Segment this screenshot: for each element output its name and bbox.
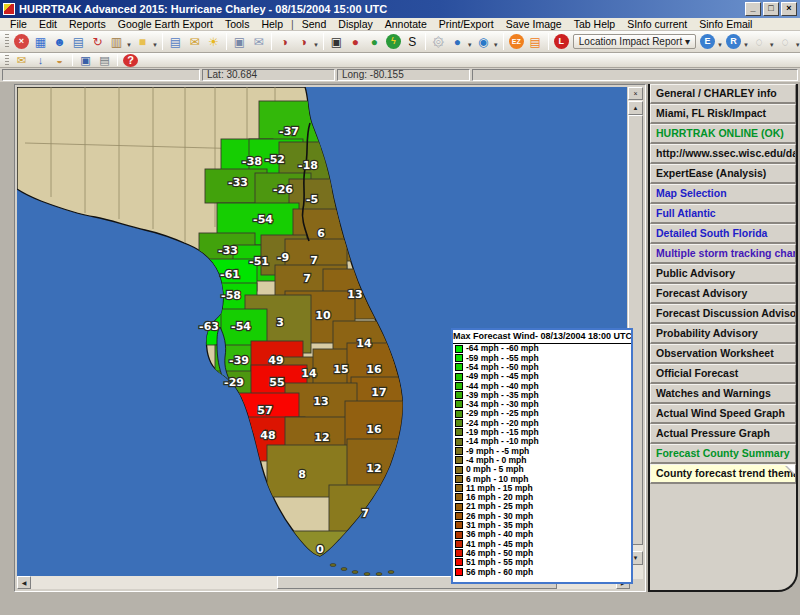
menu-send[interactable]: Send — [296, 18, 333, 30]
wind-gray2-icon-dropdown[interactable]: ▼ — [795, 42, 800, 48]
menu-annotate[interactable]: Annotate — [379, 18, 433, 30]
county-wind-value: 7 — [303, 272, 311, 285]
user-location-icon[interactable]: ☻ — [50, 33, 69, 50]
gauge-dropdown-icon-dropdown[interactable]: ▼ — [313, 42, 319, 48]
database-icon-dropdown[interactable]: ▼ — [126, 42, 132, 48]
wind-gray-icon-dropdown[interactable]: ▼ — [769, 42, 775, 48]
r-circle-icon[interactable]: R — [726, 34, 741, 49]
sidebar-item-multiple-storm-tracking-chart[interactable]: Multiple storm tracking chart — [650, 244, 796, 264]
sidebar-item-http-www-ssec-wisc-edu-data-geo[interactable]: http://www.ssec.wisc.edu/data/geo — [650, 144, 796, 164]
toolbar-grip[interactable] — [5, 34, 9, 49]
menu-bar: FileEditReportsGoogle Earth ExportToolsH… — [0, 18, 800, 31]
menu-reports[interactable]: Reports — [63, 18, 112, 30]
sidebar-item-map-selection[interactable]: Map Selection — [650, 184, 796, 204]
close-button[interactable]: × — [781, 2, 797, 16]
location-impact-report-button[interactable]: Location Impact Report ▾ — [573, 34, 696, 49]
sidebar-item-actual-wind-speed-graph[interactable]: Actual Wind Speed Graph — [650, 404, 796, 424]
menu-tools[interactable]: Tools — [219, 18, 256, 30]
monitor-chart-icon[interactable]: ▣ — [327, 33, 346, 50]
sun-icon[interactable]: ☀ — [204, 33, 223, 50]
save-icon[interactable]: ▣ — [76, 54, 95, 67]
sidebar-item-forecast-discussion-advisory[interactable]: Forecast Discussion Advisory — [650, 304, 796, 324]
close-icon[interactable]: × — [14, 34, 29, 49]
scroll-left-icon[interactable]: ◀ — [17, 576, 31, 589]
sidebar-item-forecast-advisory[interactable]: Forecast Advisory — [650, 284, 796, 304]
sidebar-item-expertease-analysis[interactable]: ExpertEase (Analysis) — [650, 164, 796, 184]
archive-seal-icon[interactable]: ◒ — [50, 54, 69, 67]
sidebar-item-official-forecast[interactable]: Official Forecast — [650, 364, 796, 384]
wind-gray-icon[interactable]: ◌ — [750, 33, 769, 50]
sidebar-item-observation-worksheet[interactable]: Observation Worksheet — [650, 344, 796, 364]
county-wind-value: -29 — [224, 376, 244, 389]
storm-s-icon[interactable]: S — [403, 33, 422, 50]
ez-badge-icon[interactable]: EZ — [509, 34, 524, 49]
legend-label: -54 mph - -50 mph — [466, 363, 539, 372]
menu-help[interactable]: Help — [255, 18, 289, 30]
wind-gray2-icon[interactable]: ◌ — [776, 33, 795, 50]
menu-file[interactable]: File — [4, 18, 33, 30]
help-icon[interactable]: ? — [123, 54, 138, 67]
mail-copy-icon[interactable]: ✉ — [249, 33, 268, 50]
google-earth-icon[interactable]: ◉ — [474, 33, 493, 50]
legend-entry: 36 mph - 40 mph — [453, 530, 631, 539]
legend-entry: 56 mph - 60 mph — [453, 567, 631, 576]
globe-green-icon[interactable]: ● — [365, 33, 384, 50]
sidebar-item-forecast-county-summary[interactable]: Forecast County Summary — [650, 444, 796, 464]
e-circle-icon-dropdown[interactable]: ▼ — [717, 42, 723, 48]
sidebar-item-probability-advisory[interactable]: Probability Advisory — [650, 324, 796, 344]
county-wind-value: -63 — [199, 320, 219, 333]
scroll-up-icon[interactable]: ▲ — [628, 101, 643, 115]
sidebar-item-actual-pressure-graph[interactable]: Actual Pressure Graph — [650, 424, 796, 444]
minimize-button[interactable]: _ — [745, 2, 761, 16]
hurricane-icon[interactable]: ۞ — [429, 33, 448, 50]
sidebar-item-detailed-south-florida[interactable]: Detailed South Florida — [650, 224, 796, 244]
print-icon[interactable]: ▤ — [95, 54, 114, 67]
sidebar-item-hurrtrak-online-ok[interactable]: HURRTRAK ONLINE (OK) — [650, 124, 796, 144]
sidebar-item-full-atlantic[interactable]: Full Atlantic — [650, 204, 796, 224]
gauge-icon[interactable]: ◑ — [275, 33, 294, 50]
globe-red-icon[interactable]: ● — [346, 33, 365, 50]
r-circle-icon-dropdown[interactable]: ▼ — [743, 42, 749, 48]
menu-display[interactable]: Display — [332, 18, 378, 30]
toolbar-grip[interactable] — [5, 55, 9, 65]
list-window-icon[interactable]: ▤ — [69, 33, 88, 50]
menu-google-earth-export[interactable]: Google Earth Export — [112, 18, 219, 30]
sidebar-item-public-advisory[interactable]: Public Advisory — [650, 264, 796, 284]
menu-tab-help[interactable]: Tab Help — [568, 18, 621, 30]
legend-label: 16 mph - 20 mph — [466, 493, 533, 502]
menu-print-export[interactable]: Print/Export — [433, 18, 500, 30]
open-folder-icon-dropdown[interactable]: ▼ — [152, 42, 158, 48]
sidebar-item-watches-and-warnings[interactable]: Watches and Warnings — [650, 384, 796, 404]
report-document-icon[interactable]: ▤ — [166, 33, 185, 50]
county-wind-value: 8 — [298, 468, 306, 481]
menu-edit[interactable]: Edit — [33, 18, 63, 30]
menu-sinfo-email[interactable]: Sinfo Email — [693, 18, 758, 30]
legend-label: 56 mph - 60 mph — [466, 568, 533, 577]
mail-export-icon[interactable]: ✉ — [12, 54, 31, 67]
print-screen-icon[interactable]: ▣ — [230, 33, 249, 50]
globe-lightning-icon[interactable]: ϟ — [386, 34, 401, 49]
menu-save-image[interactable]: Save Image — [500, 18, 568, 30]
globe-blue-icon[interactable]: ● — [448, 33, 467, 50]
window-settings-icon[interactable]: ▦ — [31, 33, 50, 50]
legend-label: 31 mph - 35 mph — [466, 521, 533, 530]
gauge-dropdown-icon[interactable]: ◑ — [294, 33, 313, 50]
map-popout-button[interactable]: × — [628, 87, 643, 100]
e-circle-icon[interactable]: E — [700, 34, 715, 49]
ez-document-icon[interactable]: ▤ — [526, 33, 545, 50]
sidebar-item-general-charley-info[interactable]: General / CHARLEY info — [650, 84, 796, 104]
import-tray-icon[interactable]: ↓ — [31, 54, 50, 67]
refresh-icon[interactable]: ↻ — [88, 33, 107, 50]
toolbar-separator — [323, 33, 324, 50]
mail-alert-icon[interactable]: ✉ — [185, 33, 204, 50]
open-folder-icon[interactable]: ■ — [133, 33, 152, 50]
legend-label: -44 mph - -40 mph — [466, 382, 539, 391]
google-earth-icon-dropdown[interactable]: ▼ — [493, 42, 499, 48]
globe-blue-icon-dropdown[interactable]: ▼ — [467, 42, 473, 48]
sidebar-item-miami-fl-risk-impact[interactable]: Miami, FL Risk/Impact — [650, 104, 796, 124]
menu-sinfo-current[interactable]: SInfo current — [621, 18, 693, 30]
sidebar-item-county-forecast-trend-thematic[interactable]: County forecast trend thematic — [650, 464, 796, 484]
location-impact-icon[interactable]: L — [554, 34, 569, 49]
maximize-button[interactable]: □ — [763, 2, 779, 16]
database-icon[interactable]: ▥ — [107, 33, 126, 50]
